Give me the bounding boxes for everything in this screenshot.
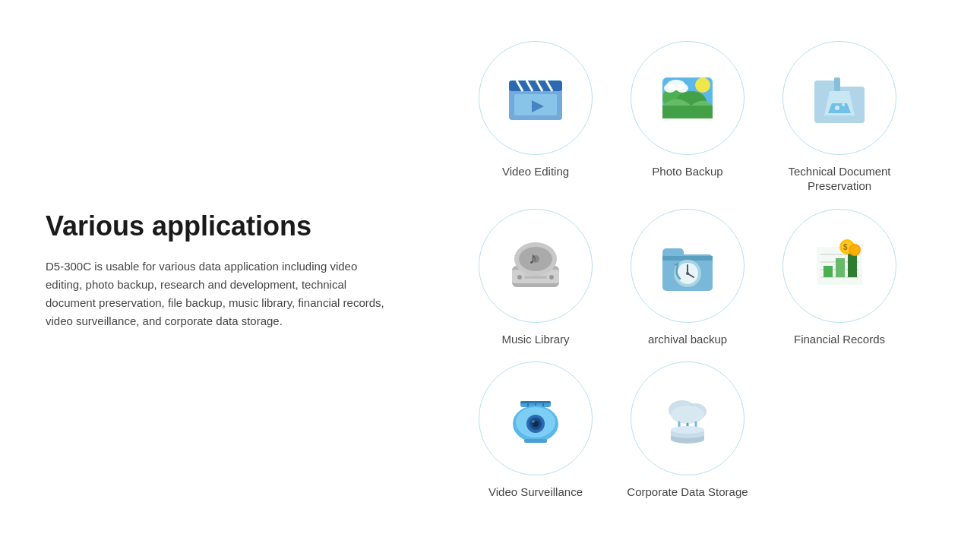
archival-backup-icon [653, 232, 722, 300]
app-item-video-editing: Video Editing [471, 41, 600, 179]
svg-point-29 [517, 275, 522, 279]
page: Various applications D5-300C is usable f… [0, 0, 980, 540]
icon-circle-video-editing [479, 41, 593, 155]
icon-circle-music-library: ♪ [479, 209, 593, 323]
icon-circle-tech-doc [782, 41, 896, 155]
svg-text:$: $ [843, 243, 848, 251]
app-label-archival-backup: archival backup [648, 332, 727, 347]
app-label-photo-backup: Photo Backup [652, 164, 722, 179]
app-label-financial-records: Financial Records [794, 332, 885, 347]
svg-rect-31 [524, 276, 547, 279]
corporate-data-icon [653, 384, 722, 453]
svg-point-15 [676, 84, 688, 93]
svg-point-21 [835, 106, 839, 110]
app-item-financial-records: $ Financial Records [775, 209, 904, 347]
description: D5-300C is usable for various data appli… [46, 257, 395, 330]
app-item-tech-doc: Technical Document Preservation [775, 41, 904, 194]
music-library-icon: ♪ [501, 232, 570, 300]
app-label-music-library: Music Library [501, 332, 569, 347]
svg-marker-20 [828, 103, 851, 113]
icon-circle-photo-backup [631, 41, 744, 155]
svg-rect-11 [662, 106, 713, 118]
svg-point-14 [664, 84, 676, 93]
icon-circle-financial-records: $ [782, 209, 896, 323]
svg-rect-18 [834, 77, 840, 91]
icon-circle-video-surveillance [479, 362, 593, 475]
app-label-video-surveillance: Video Surveillance [488, 485, 583, 500]
svg-rect-65 [524, 439, 547, 443]
icon-circle-corporate-data [631, 362, 744, 475]
app-item-video-surveillance: Video Surveillance [471, 362, 600, 500]
svg-rect-17 [814, 81, 837, 91]
svg-point-12 [695, 77, 710, 93]
svg-point-22 [842, 103, 845, 106]
app-item-music-library: ♪ Music Library [471, 209, 600, 347]
app-item-corporate-data: Corporate Data Storage [623, 362, 752, 500]
financial-records-icon: $ [805, 232, 874, 300]
apps-grid: Video Editing [441, 41, 934, 500]
main-title: Various applications [46, 210, 395, 242]
app-label-video-editing: Video Editing [502, 164, 569, 179]
svg-point-64 [532, 420, 535, 423]
svg-point-39 [686, 272, 689, 275]
video-editing-icon [501, 64, 570, 132]
left-panel: Various applications D5-300C is usable f… [46, 210, 441, 330]
svg-point-30 [549, 275, 554, 279]
svg-rect-48 [848, 253, 857, 277]
svg-rect-47 [836, 258, 845, 277]
svg-rect-46 [824, 266, 833, 277]
app-item-photo-backup: Photo Backup [623, 41, 752, 179]
svg-point-79 [671, 426, 704, 434]
svg-text:♪: ♪ [529, 248, 537, 267]
app-label-tech-doc: Technical Document Preservation [775, 164, 904, 194]
app-item-archival-backup: archival backup [623, 209, 752, 347]
svg-point-68 [671, 406, 704, 424]
app-label-corporate-data: Corporate Data Storage [627, 485, 748, 500]
video-surveillance-icon [501, 384, 570, 453]
photo-backup-icon [653, 64, 722, 132]
tech-doc-icon [805, 64, 874, 132]
svg-point-53 [851, 245, 859, 254]
icon-circle-archival-backup [631, 209, 744, 323]
